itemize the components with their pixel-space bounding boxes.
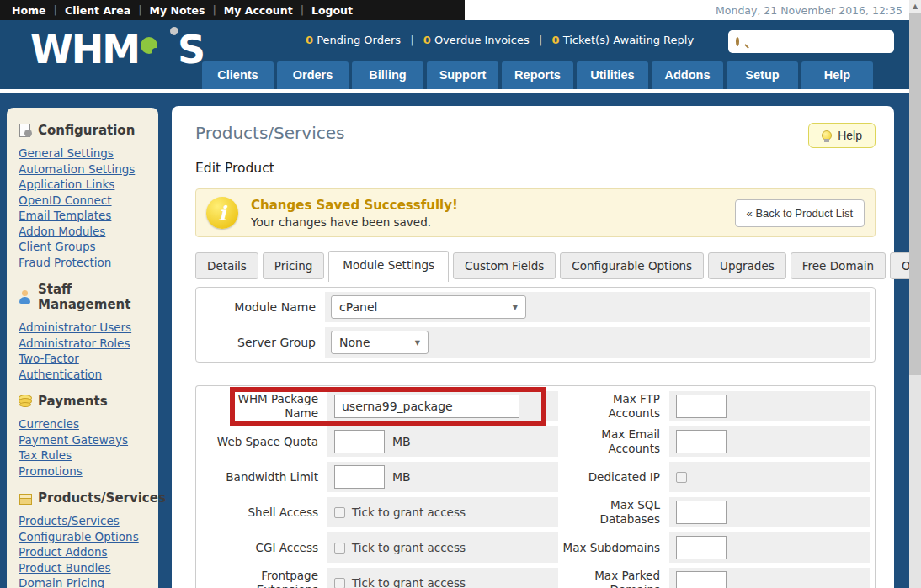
- web-space-quota-label: Web Space Quota: [201, 426, 327, 457]
- module-name-select[interactable]: cPanel ▼: [331, 295, 526, 319]
- frontpage-extensions-checkbox[interactable]: [334, 578, 345, 588]
- tab-module-settings[interactable]: Module Settings: [328, 251, 449, 282]
- cgi-access-checkbox[interactable]: [334, 543, 345, 554]
- scroll-up-arrow[interactable]: ▲: [909, 0, 921, 13]
- tab-upgrades[interactable]: Upgrades: [708, 252, 786, 279]
- nav-reports[interactable]: Reports: [502, 61, 573, 89]
- header: WHM S 0 Pending Orders | 0 Overdue Invoi…: [0, 20, 909, 89]
- mb-suffix: MB: [392, 435, 411, 448]
- nav-utilities[interactable]: Utilities: [577, 61, 648, 89]
- frontpage-extensions-label: Frontpage Extensions: [201, 568, 327, 588]
- sidebar-item-application-links[interactable]: Application Links: [19, 177, 146, 193]
- max-parked-domains-input[interactable]: [676, 571, 727, 588]
- sidebar-section-configuration: Configuration: [19, 123, 146, 138]
- product-tabs: Details Pricing Module Settings Custom F…: [195, 251, 876, 279]
- whm-package-name-input[interactable]: [334, 395, 519, 418]
- stat-item[interactable]: 0 Ticket(s) Awaiting Reply: [551, 34, 694, 46]
- tab-custom-fields[interactable]: Custom Fields: [453, 252, 556, 279]
- max-sql-databases-input[interactable]: [676, 501, 727, 524]
- server-group-row: Server Group None ▼: [200, 327, 870, 358]
- shell-access-checkbox[interactable]: [334, 507, 345, 518]
- shell-access-label: Shell Access: [201, 497, 327, 527]
- sidebar-item-product-bundles[interactable]: Product Bundles: [19, 560, 146, 576]
- cgi-access-row: CGI Access Tick to grant access: [201, 532, 558, 563]
- sidebar-item-payment-gateways[interactable]: Payment Gateways: [19, 432, 146, 448]
- nav-support[interactable]: Support: [427, 61, 498, 89]
- sidebar-item-currencies[interactable]: Currencies: [19, 416, 146, 432]
- nav-orders[interactable]: Orders: [277, 61, 349, 89]
- topbar-link-logout[interactable]: Logout: [311, 4, 353, 17]
- overdue-invoices-label: Overdue Invoices: [434, 34, 530, 46]
- stat-item[interactable]: 0 Pending Orders: [306, 34, 401, 46]
- separator: |: [539, 34, 542, 46]
- server-group-select[interactable]: None ▼: [331, 331, 429, 354]
- sidebar-item-tax-rules[interactable]: Tax Rules: [19, 448, 146, 464]
- sidebar-item-product-addons[interactable]: Product Addons: [19, 544, 146, 560]
- page-title: Products/Services: [195, 123, 344, 143]
- web-space-quota-row: Web Space Quota MB: [201, 426, 558, 457]
- stat-item[interactable]: 0 Overdue Invoices: [423, 34, 530, 46]
- max-ftp-accounts-row: Max FTP Accounts: [560, 391, 870, 421]
- back-to-product-list-button[interactable]: « Back to Product List: [735, 199, 865, 227]
- module-selection-box: Module Name cPanel ▼ Server Group None ▼: [195, 287, 876, 363]
- tab-free-domain[interactable]: Free Domain: [791, 252, 886, 279]
- sidebar-item-client-groups[interactable]: Client Groups: [19, 239, 146, 255]
- sidebar-item-administrator-users[interactable]: Administrator Users: [19, 320, 146, 336]
- bandwidth-limit-row: Bandwidth Limit MB: [201, 462, 558, 492]
- gear-icon: [140, 30, 177, 69]
- separator: |: [301, 4, 304, 16]
- help-button-label: Help: [838, 129, 862, 142]
- max-email-accounts-input[interactable]: [676, 430, 727, 453]
- edit-product-heading: Edit Product: [195, 161, 876, 176]
- sidebar-item-products-services[interactable]: Products/Services: [19, 513, 146, 529]
- lightbulb-icon: [822, 130, 832, 140]
- tab-details[interactable]: Details: [195, 252, 258, 279]
- sidebar-item-addon-modules[interactable]: Addon Modules: [19, 224, 146, 240]
- shell-access-row: Shell Access Tick to grant access: [201, 497, 558, 527]
- topbar-link-home[interactable]: Home: [12, 4, 46, 17]
- sidebar-item-domain-pricing[interactable]: Domain Pricing: [19, 575, 146, 588]
- max-ftp-accounts-input[interactable]: [676, 395, 727, 418]
- package-icon: [19, 491, 32, 505]
- nav-help[interactable]: Help: [801, 61, 873, 89]
- module-name-label: Module Name: [200, 292, 325, 322]
- sidebar-item-administrator-roles[interactable]: Administrator Roles: [19, 336, 146, 352]
- tick-to-grant-text: Tick to grant access: [352, 506, 466, 519]
- section-title: Products/Services: [38, 490, 166, 506]
- max-email-accounts-label: Max Email Accounts: [560, 426, 669, 457]
- nav-billing[interactable]: Billing: [352, 61, 423, 89]
- max-subdomains-label: Max Subdomains: [560, 532, 669, 563]
- nav-setup[interactable]: Setup: [727, 61, 798, 89]
- sidebar-item-two-factor-authentication[interactable]: Two-Factor Authentication: [19, 351, 146, 382]
- dedicated-ip-row: Dedicated IP: [560, 462, 870, 492]
- separator: |: [212, 4, 216, 16]
- web-space-quota-input[interactable]: [334, 430, 385, 453]
- max-subdomains-input[interactable]: [676, 536, 727, 559]
- sidebar-item-general-settings[interactable]: General Settings: [19, 146, 146, 162]
- sidebar-item-fraud-protection[interactable]: Fraud Protection: [19, 255, 146, 271]
- topbar-link-my-notes[interactable]: My Notes: [150, 4, 205, 17]
- max-parked-domains-label: Max Parked Domains: [560, 568, 669, 588]
- header-divider: [0, 89, 909, 93]
- nav-clients[interactable]: Clients: [202, 61, 274, 89]
- sidebar-item-configurable-options[interactable]: Configurable Options: [19, 529, 146, 545]
- tick-to-grant-text: Tick to grant access: [352, 576, 466, 588]
- dedicated-ip-checkbox[interactable]: [676, 472, 687, 483]
- module-settings-box: WHM Package Name Web Space Quota MB Band…: [195, 385, 876, 588]
- sidebar-item-email-templates[interactable]: Email Templates: [19, 208, 146, 224]
- sidebar-item-automation-settings[interactable]: Automation Settings: [19, 162, 146, 177]
- help-button[interactable]: Help: [808, 123, 876, 148]
- coins-icon: [19, 395, 32, 408]
- topbar-link-my-account[interactable]: My Account: [224, 4, 293, 17]
- topbar-link-client-area[interactable]: Client Area: [65, 4, 130, 17]
- bandwidth-limit-input[interactable]: [334, 465, 385, 489]
- tab-pricing[interactable]: Pricing: [263, 252, 325, 279]
- person-icon: [19, 290, 32, 304]
- scrollbar-thumb[interactable]: [909, 13, 921, 375]
- tab-configurable-options[interactable]: Configurable Options: [560, 252, 704, 279]
- server-group-value: None: [339, 336, 370, 349]
- sidebar-item-openid-connect[interactable]: OpenID Connect: [19, 193, 146, 209]
- nav-addons[interactable]: Addons: [652, 61, 723, 89]
- sidebar-item-promotions[interactable]: Promotions: [19, 464, 146, 479]
- search-input[interactable]: [739, 30, 901, 53]
